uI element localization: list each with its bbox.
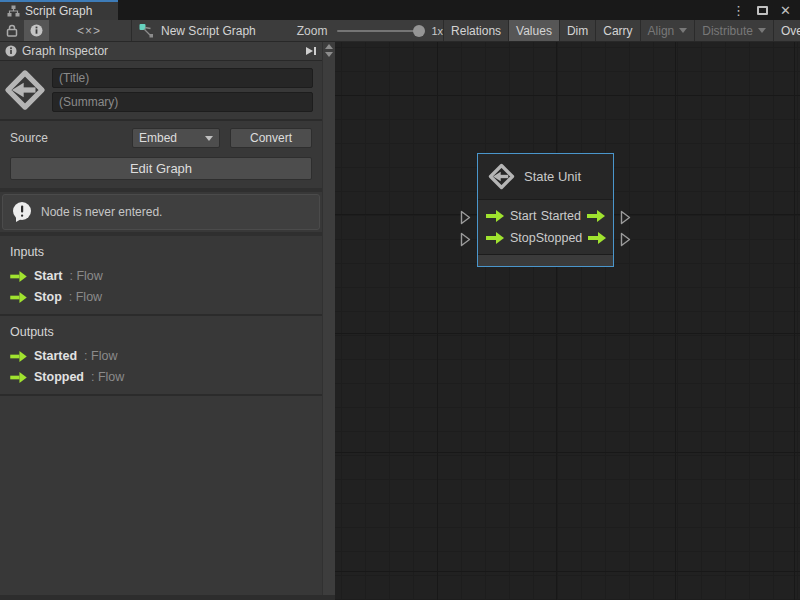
connection-triangle-icon[interactable] bbox=[460, 210, 471, 225]
values-button[interactable]: Values bbox=[509, 20, 559, 42]
output-port-stopped[interactable]: Stopped bbox=[536, 231, 607, 245]
graph-name-label: New Script Graph bbox=[161, 24, 256, 38]
zoom-control: Zoom 1x bbox=[297, 24, 443, 38]
source-section: Source Embed Convert Edit Graph bbox=[0, 121, 322, 188]
flow-arrow-icon bbox=[10, 351, 27, 362]
warning-section: Node is never entered. bbox=[0, 192, 322, 232]
tab-bar-spacer bbox=[118, 0, 723, 20]
zoom-value: 1x bbox=[431, 25, 443, 37]
flow-arrow-icon bbox=[486, 210, 504, 222]
edit-graph-button[interactable]: Edit Graph bbox=[10, 157, 312, 180]
dock-panel-icon[interactable] bbox=[304, 45, 317, 57]
flow-arrow-icon bbox=[10, 292, 27, 303]
port-row-stopped: Stopped : Flow bbox=[10, 370, 312, 384]
relations-button[interactable]: Relations bbox=[444, 20, 508, 42]
scroll-down-icon[interactable] bbox=[325, 52, 333, 57]
port-row-stop: Stop : Flow bbox=[10, 290, 312, 304]
zoom-slider[interactable] bbox=[337, 30, 423, 32]
info-icon bbox=[5, 45, 17, 57]
flow-arrow-icon bbox=[587, 210, 605, 222]
distribute-dropdown[interactable]: Distribute bbox=[695, 20, 773, 42]
graph-toolbar: <×> New Script Graph Zoom 1x Relations V… bbox=[0, 20, 800, 42]
lock-icon bbox=[6, 24, 18, 37]
outputs-header: Outputs bbox=[10, 325, 312, 339]
output-port-started[interactable]: Started bbox=[541, 209, 605, 223]
inputs-section: Inputs Start : Flow Stop : Flow bbox=[0, 236, 322, 314]
node-footer bbox=[478, 254, 613, 266]
maximize-icon[interactable] bbox=[757, 6, 768, 15]
flow-arrow-icon bbox=[588, 232, 606, 244]
connection-triangle-icon[interactable] bbox=[620, 210, 631, 225]
inspector-empty-area bbox=[0, 396, 322, 595]
lock-button[interactable] bbox=[0, 20, 24, 42]
graph-inspector-panel: Graph Inspector bbox=[0, 42, 335, 600]
graph-inspector-toggle-button[interactable] bbox=[24, 20, 49, 42]
tab-script-graph[interactable]: Script Graph bbox=[0, 0, 118, 20]
graph-canvas[interactable]: State Unit Start Started bbox=[335, 42, 800, 600]
node-port-row: Stop Stopped bbox=[478, 227, 613, 249]
node-title: State Unit bbox=[524, 169, 581, 184]
overview-button[interactable]: Overview bbox=[774, 20, 800, 42]
convert-button[interactable]: Convert bbox=[230, 128, 312, 148]
chevron-down-icon bbox=[205, 136, 213, 141]
carry-button[interactable]: Carry bbox=[596, 20, 639, 42]
inputs-header: Inputs bbox=[10, 245, 312, 259]
connection-triangle-icon[interactable] bbox=[460, 232, 471, 247]
state-unit-icon bbox=[4, 69, 46, 111]
align-dropdown[interactable]: Align bbox=[641, 20, 695, 42]
dim-button[interactable]: Dim bbox=[560, 20, 595, 42]
graph-hierarchy-icon bbox=[7, 5, 20, 17]
input-port-start[interactable]: Start bbox=[486, 209, 536, 223]
source-dropdown[interactable]: Embed bbox=[132, 128, 220, 148]
code-preview-button[interactable]: <×> bbox=[71, 20, 107, 42]
node-header[interactable]: State Unit bbox=[478, 154, 613, 200]
close-icon[interactable]: ✕ bbox=[780, 4, 791, 17]
port-row-started: Started : Flow bbox=[10, 349, 312, 363]
graph-inspector-header: Graph Inspector bbox=[0, 42, 322, 61]
graph-title-input[interactable] bbox=[52, 68, 313, 88]
zoom-slider-handle[interactable] bbox=[413, 25, 425, 37]
tab-label: Script Graph bbox=[25, 4, 92, 18]
current-graph-indicator: New Script Graph bbox=[132, 20, 263, 42]
inspector-scrollbar[interactable] bbox=[322, 42, 335, 595]
flow-arrow-icon bbox=[10, 271, 27, 282]
menu-kebab-icon[interactable]: ⋮ bbox=[732, 4, 745, 17]
main-area: Graph Inspector bbox=[0, 42, 800, 600]
script-graph-node-icon bbox=[139, 23, 154, 38]
panel-title: Graph Inspector bbox=[22, 44, 108, 58]
scroll-up-icon[interactable] bbox=[325, 44, 333, 49]
connection-triangle-icon[interactable] bbox=[620, 232, 631, 247]
script-graph-window: Script Graph ⋮ ✕ <×> New Scrip bbox=[0, 0, 800, 600]
code-sign-icon: <×> bbox=[77, 24, 101, 38]
title-fields bbox=[52, 68, 313, 112]
chevron-down-icon bbox=[679, 28, 687, 33]
node-port-row: Start Started bbox=[478, 205, 613, 227]
warning-box: Node is never entered. bbox=[2, 194, 320, 230]
toolbar-right-buttons: Relations Values Dim Carry Align Distrib… bbox=[443, 20, 800, 42]
outputs-section: Outputs Started : Flow Stopped : Flow bbox=[0, 316, 322, 394]
graph-inspector-content: Graph Inspector bbox=[0, 42, 322, 595]
chevron-down-icon bbox=[758, 28, 766, 33]
node-ports: Start Started Stop Stopped bbox=[478, 200, 613, 254]
flow-arrow-icon bbox=[10, 372, 27, 383]
state-unit-icon bbox=[488, 163, 515, 190]
warning-text: Node is never entered. bbox=[41, 205, 162, 219]
warning-bubble-icon bbox=[11, 201, 33, 223]
port-row-start: Start : Flow bbox=[10, 269, 312, 283]
graph-title-section bbox=[0, 61, 322, 119]
source-dropdown-value: Embed bbox=[139, 131, 177, 145]
state-unit-node[interactable]: State Unit Start Started bbox=[477, 153, 614, 267]
graph-summary-input[interactable] bbox=[52, 92, 313, 112]
info-icon bbox=[30, 24, 43, 37]
zoom-label: Zoom bbox=[297, 24, 328, 38]
window-controls: ⋮ ✕ bbox=[723, 0, 800, 20]
flow-arrow-icon bbox=[486, 232, 504, 244]
source-label: Source bbox=[10, 131, 132, 145]
tab-bar: Script Graph ⋮ ✕ bbox=[0, 0, 800, 20]
input-port-stop[interactable]: Stop bbox=[486, 231, 536, 245]
